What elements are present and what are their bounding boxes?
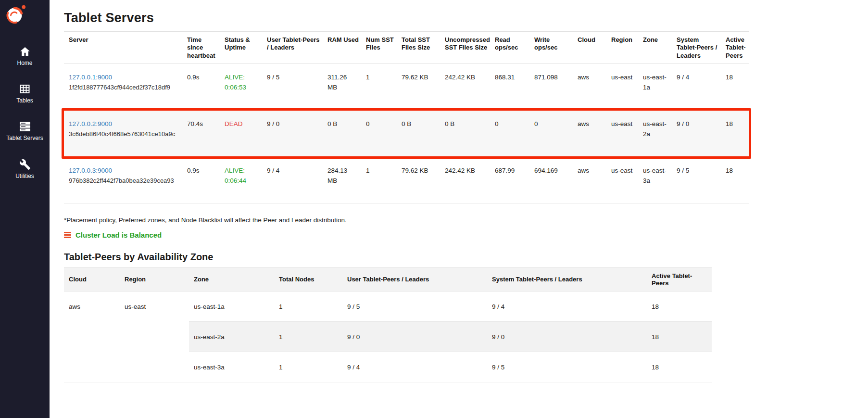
balance-status-text: Cluster Load is Balanced	[75, 231, 162, 239]
cell-zone: us-east-3a	[638, 157, 672, 203]
server-stack-icon	[64, 232, 71, 238]
cell-region: us-east	[606, 63, 638, 110]
home-icon	[18, 45, 32, 58]
cell-user-peers: 9 / 5	[262, 63, 323, 110]
cluster-balance-status: Cluster Load is Balanced	[64, 231, 868, 239]
cell-cloud: aws	[573, 157, 606, 203]
page-title: Tablet Servers	[64, 11, 868, 25]
cell-user-peers: 9 / 5	[342, 291, 487, 321]
sidebar-nav: Home Tables	[0, 45, 50, 179]
col-header-user-peers: User Tablet-Peers / Leaders	[342, 267, 487, 291]
cell-system-peers: 9 / 4	[487, 291, 647, 321]
cell-total-nodes: 1	[274, 321, 342, 352]
az-table-header-row: Cloud Region Zone Total Nodes User Table…	[64, 267, 712, 291]
cell-region: us-east	[606, 110, 638, 157]
cell-total-nodes: 1	[274, 291, 342, 321]
cell-system-peers: 9 / 0	[487, 321, 647, 352]
cell-uncompressed-sst: 242.42 KB	[440, 157, 490, 203]
sidebar-item-label: Tables	[16, 98, 33, 104]
server-address-link[interactable]: 127.0.0.2:9000	[69, 120, 112, 127]
server-uuid: 1f2fd188777643cf944ced2f37c18df9	[69, 83, 179, 92]
cell-zone: us-east-1a	[638, 63, 672, 110]
tablet-servers-icon	[18, 120, 32, 133]
sidebar-item-label: Home	[17, 60, 32, 66]
tables-icon	[18, 83, 32, 95]
cell-num-sst: 0	[361, 110, 397, 157]
col-header-server: Server	[64, 32, 182, 64]
cell-status: DEAD	[220, 110, 262, 157]
cell-write-ops: 694.169	[529, 157, 573, 203]
server-row: 127.0.0.1:9000 1f2fd188777643cf944ced2f3…	[64, 63, 749, 110]
col-header-total-sst: Total SST Files Size	[397, 32, 440, 64]
sidebar-item-home[interactable]: Home	[0, 45, 50, 66]
server-uuid: 3c6deb86f40c4f668e5763041ce10a9c	[69, 129, 179, 139]
cell-status: ALIVE: 0:06:44	[220, 157, 262, 203]
cell-heartbeat: 0.9s	[182, 63, 220, 110]
cell-heartbeat: 0.9s	[182, 157, 220, 203]
cell-active-peers: 18	[647, 352, 712, 382]
utilities-icon	[18, 158, 32, 171]
server-row: 127.0.0.3:9000 976b382c2ff442f7ba0bea32e…	[64, 157, 749, 203]
col-header-read-ops: Read ops/sec	[490, 32, 529, 64]
cell-user-peers: 9 / 4	[342, 352, 487, 382]
cell-active-peers: 18	[721, 110, 749, 157]
placement-footnote: *Placement policy, Preferred zones, and …	[64, 216, 868, 224]
cell-zone: us-east-2a	[638, 110, 672, 157]
cell-user-peers: 9 / 0	[342, 321, 487, 352]
cell-write-ops: 0	[529, 110, 573, 157]
cell-read-ops: 687.99	[490, 157, 529, 203]
sidebar-item-tables[interactable]: Tables	[0, 83, 50, 104]
cell-server: 127.0.0.2:9000 3c6deb86f40c4f668e5763041…	[64, 110, 182, 157]
cell-uncompressed-sst: 242.42 KB	[440, 63, 490, 110]
cell-active-peers: 18	[721, 63, 749, 110]
col-header-active-peers: Active Tablet-Peers	[721, 32, 749, 64]
yugabyte-logo-icon	[5, 4, 26, 25]
cell-region: us-east	[606, 157, 638, 203]
cell-total-nodes: 1	[274, 352, 342, 382]
col-header-cloud: Cloud	[64, 267, 120, 291]
cell-zone: us-east-2a	[189, 321, 274, 352]
cell-read-ops: 868.31	[490, 63, 529, 110]
cell-system-peers: 9 / 0	[672, 110, 721, 157]
col-header-zone: Zone	[189, 267, 274, 291]
cell-active-peers: 18	[721, 157, 749, 203]
cell-ram: 284.13 MB	[323, 157, 361, 203]
cell-user-peers: 9 / 0	[262, 110, 323, 157]
col-header-active-peers: Active Tablet-Peers	[647, 267, 712, 291]
cell-zone: us-east-1a	[189, 291, 274, 321]
col-header-write-ops: Write ops/sec	[529, 32, 573, 64]
az-section-title: Tablet-Peers by Availability Zone	[64, 252, 868, 263]
col-header-zone: Zone	[638, 32, 672, 64]
servers-table-header-row: Server Time since heartbeat Status & Upt…	[64, 32, 749, 64]
cell-total-sst: 79.62 KB	[397, 157, 440, 203]
sidebar: Home Tables	[0, 0, 50, 418]
cell-system-peers: 9 / 5	[487, 352, 647, 382]
col-header-system-peers: System Tablet-Peers / Leaders	[672, 32, 721, 64]
sidebar-item-label: Utilities	[15, 173, 34, 179]
server-address-link[interactable]: 127.0.0.1:9000	[69, 74, 112, 81]
sidebar-item-tablet-servers[interactable]: Tablet Servers	[0, 120, 50, 141]
col-header-user-peers: User Tablet-Peers / Leaders	[262, 32, 323, 64]
cell-active-peers: 18	[647, 291, 712, 321]
cell-uncompressed-sst: 0 B	[440, 110, 490, 157]
cell-num-sst: 1	[361, 157, 397, 203]
app-root: Home Tables	[0, 0, 868, 418]
col-header-ram: RAM Used	[323, 32, 361, 64]
server-address-link[interactable]: 127.0.0.3:9000	[69, 167, 112, 174]
cell-active-peers: 18	[647, 321, 712, 352]
cell-server: 127.0.0.1:9000 1f2fd188777643cf944ced2f3…	[64, 63, 182, 110]
cell-write-ops: 871.098	[529, 63, 573, 110]
az-table: Cloud Region Zone Total Nodes User Table…	[64, 267, 712, 382]
az-row: aws us-east us-east-1a 1 9 / 5 9 / 4 18	[64, 291, 712, 321]
col-header-uncompressed-sst: Uncompressed SST Files Size	[440, 32, 490, 64]
yugabyte-logo[interactable]	[5, 4, 26, 25]
cell-system-peers: 9 / 5	[672, 157, 721, 203]
cell-ram: 311.26 MB	[323, 63, 361, 110]
col-header-region: Region	[606, 32, 638, 64]
cell-heartbeat: 70.4s	[182, 110, 220, 157]
col-header-cloud: Cloud	[573, 32, 606, 64]
cell-user-peers: 9 / 4	[262, 157, 323, 203]
cell-zone: us-east-3a	[189, 352, 274, 382]
cell-ram: 0 B	[323, 110, 361, 157]
sidebar-item-utilities[interactable]: Utilities	[0, 158, 50, 179]
